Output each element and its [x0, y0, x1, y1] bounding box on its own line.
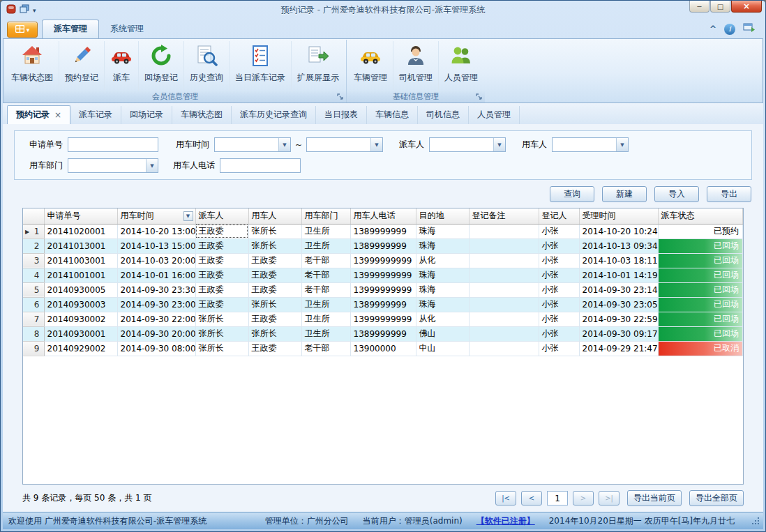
cell-user[interactable]: 张所长	[248, 224, 301, 238]
cell-department[interactable]: 卫生所	[301, 312, 350, 326]
cell-dispatcher[interactable]: 王政委	[195, 224, 248, 238]
dispatcher-combo[interactable]: ▼	[429, 137, 506, 152]
filter-dropdown-icon[interactable]: ▼	[183, 211, 193, 221]
cell-use-time[interactable]: 2014-10-13 15:00	[117, 238, 195, 253]
row-indicator[interactable]: 2	[23, 238, 44, 253]
export-current-page-button[interactable]: 导出当前页	[627, 490, 682, 506]
cell-department[interactable]: 老干部	[301, 253, 350, 268]
cell-dispatcher[interactable]: 张所长	[195, 326, 248, 341]
cell-accept-time[interactable]: 2014-09-30 09:17	[579, 326, 658, 341]
row-indicator[interactable]: 8	[23, 326, 44, 341]
cell-user[interactable]: 王政委	[248, 282, 301, 297]
cell-remark[interactable]	[469, 326, 539, 341]
row-indicator[interactable]: 5	[23, 282, 44, 297]
cell-remark[interactable]	[469, 224, 539, 238]
ribbon-button-history-query[interactable]: 历史查询	[183, 41, 229, 91]
cell-use-time[interactable]: 2014-09-30 23:30	[117, 282, 195, 297]
prev-page-button[interactable]: <	[521, 491, 542, 506]
doc-tab-return-records[interactable]: 回场记录	[121, 106, 172, 124]
apply-no-input[interactable]	[68, 137, 158, 152]
cell-accept-time[interactable]: 2014-09-29 21:47	[579, 341, 658, 356]
cell-dispatch-status[interactable]: 已回场	[658, 268, 743, 282]
column-header-user[interactable]: 用车人	[248, 208, 301, 224]
doc-tab-vehicle-status-chart[interactable]: 车辆状态图	[172, 106, 232, 124]
cell-dispatch-status[interactable]: 已回场	[658, 282, 743, 297]
cell-destination[interactable]: 从化	[416, 253, 469, 268]
column-header-department[interactable]: 用车部门	[301, 208, 350, 224]
cell-dispatch-status[interactable]: 已回场	[658, 326, 743, 341]
cell-destination[interactable]: 佛山	[416, 326, 469, 341]
cell-dispatcher[interactable]: 王政委	[195, 253, 248, 268]
chevron-down-icon[interactable]: ▼	[146, 159, 158, 172]
app-icon[interactable]	[6, 4, 16, 16]
phone-input[interactable]	[220, 158, 301, 173]
cell-department[interactable]: 卫生所	[301, 297, 350, 312]
maximize-button[interactable]: □	[710, 1, 730, 13]
next-page-button[interactable]: >	[573, 491, 594, 506]
table-row[interactable]: ▶1 20141020001 2014-10-20 13:00 王政委 张所长 …	[23, 224, 743, 238]
row-indicator[interactable]: ▶1	[23, 224, 44, 238]
cell-remark[interactable]	[469, 253, 539, 268]
cell-department[interactable]: 卫生所	[301, 238, 350, 253]
doc-tab-reservation-records[interactable]: 预约记录 ×	[7, 105, 70, 124]
column-header-dispatch-status[interactable]: 派车状态	[658, 208, 743, 224]
cascade-windows-icon[interactable]	[20, 4, 29, 16]
cell-registrar[interactable]: 小张	[539, 282, 579, 297]
cell-registrar[interactable]: 小张	[539, 341, 579, 356]
cell-registrar[interactable]: 小张	[539, 297, 579, 312]
cell-dispatch-status[interactable]: 已回场	[658, 253, 743, 268]
cell-use-time[interactable]: 2014-09-30 20:00	[117, 326, 195, 341]
cell-apply-no[interactable]: 20141001001	[44, 268, 117, 282]
cell-phone[interactable]: 1389999999	[350, 326, 416, 341]
cell-registrar[interactable]: 小张	[539, 238, 579, 253]
cell-remark[interactable]	[469, 312, 539, 326]
ribbon-button-dispatch[interactable]: 派车	[104, 41, 138, 91]
cell-destination[interactable]: 珠海	[416, 282, 469, 297]
cell-dispatcher[interactable]: 张所长	[195, 312, 248, 326]
switch-window-icon[interactable]	[743, 23, 755, 35]
cell-destination[interactable]: 珠海	[416, 268, 469, 282]
row-indicator[interactable]: 3	[23, 253, 44, 268]
cell-department[interactable]: 老干部	[301, 341, 350, 356]
cell-accept-time[interactable]: 2014-09-30 23:14	[579, 282, 658, 297]
cell-remark[interactable]	[469, 341, 539, 356]
cell-department[interactable]: 老干部	[301, 268, 350, 282]
cell-phone[interactable]: 13999999999	[350, 312, 416, 326]
cell-remark[interactable]	[469, 297, 539, 312]
ribbon-button-today-dispatch-records[interactable]: 当日派车记录	[229, 41, 291, 91]
cell-dispatcher[interactable]: 王政委	[195, 297, 248, 312]
minimize-button[interactable]: −	[689, 1, 709, 13]
cell-apply-no[interactable]: 20141020001	[44, 224, 117, 238]
ribbon-tab-system-mgmt[interactable]: 系统管理	[99, 20, 155, 38]
cell-apply-no[interactable]: 20140930003	[44, 297, 117, 312]
table-row[interactable]: 7 20140930002 2014-09-30 22:00 张所长 王政委 卫…	[23, 312, 743, 326]
cell-phone[interactable]: 1389999999	[350, 238, 416, 253]
cell-apply-no[interactable]: 20140929002	[44, 341, 117, 356]
dialog-launcher-icon[interactable]	[475, 93, 483, 101]
app-menu-button[interactable]: ▾	[7, 22, 38, 38]
ribbon-button-return-register[interactable]: 回场登记	[138, 41, 183, 91]
cell-dispatcher[interactable]: 张所长	[195, 341, 248, 356]
cell-registrar[interactable]: 小张	[539, 224, 579, 238]
chevron-down-icon[interactable]: ▼	[278, 138, 290, 151]
cell-remark[interactable]	[469, 268, 539, 282]
cell-apply-no[interactable]: 20140930001	[44, 326, 117, 341]
export-all-pages-button[interactable]: 导出全部页	[689, 490, 744, 506]
cell-user[interactable]: 王政委	[248, 341, 301, 356]
cell-dispatcher[interactable]: 王政委	[195, 238, 248, 253]
ribbon-button-personnel-mgmt[interactable]: 人员管理	[438, 41, 483, 91]
cell-user[interactable]: 张所长	[248, 326, 301, 341]
cell-registrar[interactable]: 小张	[539, 253, 579, 268]
column-header-apply-no[interactable]: 申请单号	[44, 208, 117, 224]
cell-user[interactable]: 张所长	[248, 238, 301, 253]
new-button[interactable]: 新建	[602, 186, 647, 202]
cell-user[interactable]: 张所长	[248, 297, 301, 312]
doc-tab-personnel-mgmt[interactable]: 人员管理	[469, 106, 520, 124]
cell-registrar[interactable]: 小张	[539, 268, 579, 282]
cell-user[interactable]: 王政委	[248, 312, 301, 326]
row-indicator[interactable]: 6	[23, 297, 44, 312]
ribbon-button-extended-screen[interactable]: 扩展屏显示	[291, 41, 345, 91]
use-time-to-combo[interactable]: ▼	[306, 137, 383, 152]
column-header-accept-time[interactable]: 受理时间	[579, 208, 658, 224]
cell-destination[interactable]: 珠海	[416, 224, 469, 238]
